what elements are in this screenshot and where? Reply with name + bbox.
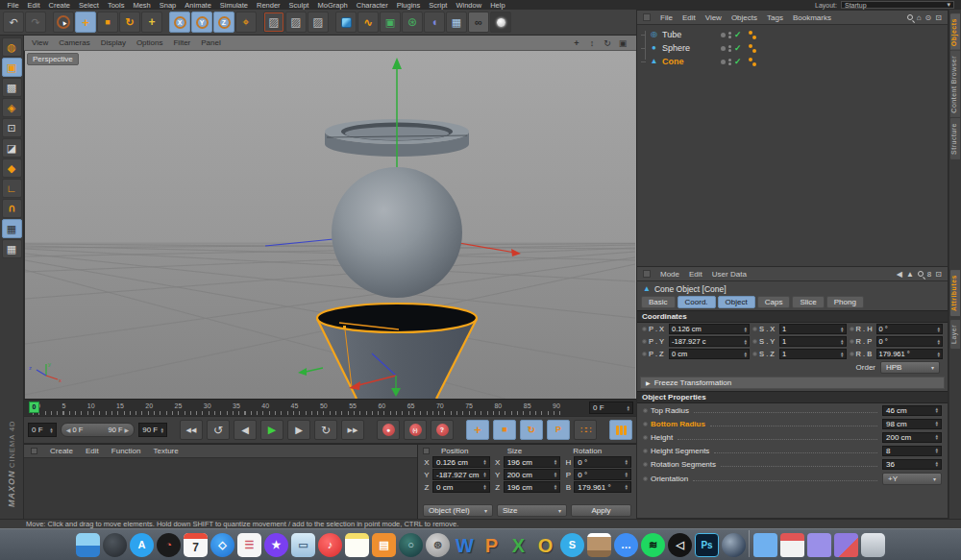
spinner-icon[interactable] <box>483 459 486 465</box>
floor-button[interactable]: ▦ <box>446 12 467 33</box>
loop-backward-button[interactable]: ↺ <box>207 420 230 440</box>
spinner-icon[interactable] <box>627 405 629 411</box>
frame-forward-button[interactable]: ▶ <box>287 420 310 440</box>
left-toolbar-button[interactable]: ⊡ <box>2 118 22 137</box>
material-menu-item[interactable]: Texture <box>154 447 179 455</box>
render-view-button[interactable]: ▨ <box>263 12 284 33</box>
property-input[interactable]: 36 <box>882 459 942 470</box>
dock-app-icon[interactable]: A <box>130 533 154 557</box>
dock-app-icon[interactable]: ◔ <box>157 533 181 557</box>
keyframe-dot[interactable] <box>752 339 757 344</box>
visibility-dots[interactable] <box>728 32 731 38</box>
coordinate-input[interactable]: -187.927 c <box>669 336 750 347</box>
tag-icons[interactable] <box>749 58 756 66</box>
dock-app-icon[interactable]: … <box>614 533 638 557</box>
spinner-icon[interactable] <box>483 472 486 477</box>
end-frame-field[interactable]: 90 F <box>138 423 167 437</box>
dock-app-icon[interactable]: ♪ <box>318 533 342 557</box>
panel-box-icon[interactable]: ⊡ <box>935 270 942 279</box>
start-frame-field[interactable]: 0 F <box>28 423 57 437</box>
record-pla-button[interactable]: ∷∷ <box>574 420 597 440</box>
menu-item[interactable]: Select <box>75 1 104 10</box>
render-settings-button[interactable]: ▨ <box>308 12 329 33</box>
dock-app-icon[interactable] <box>861 533 885 557</box>
lock-icon[interactable]: 8 <box>927 270 931 279</box>
spline-pen-button[interactable]: ∿ <box>357 12 379 33</box>
dock-app-icon[interactable]: W <box>453 533 477 557</box>
perspective-viewport[interactable]: Perspective <box>24 51 636 399</box>
left-toolbar-button[interactable]: ∪ <box>2 199 22 218</box>
object-manager-menu-item[interactable]: Objects <box>731 13 757 22</box>
spinner-icon[interactable] <box>841 339 844 345</box>
rotation-input[interactable]: 0 ° <box>574 469 631 480</box>
attribute-menu-item[interactable]: User Data <box>712 270 747 279</box>
dock-app-icon[interactable] <box>587 533 611 557</box>
rotate-view-button[interactable]: ↻ <box>602 38 613 48</box>
menu-item[interactable]: Edit <box>23 1 44 10</box>
size-input[interactable]: 196 cm <box>504 481 561 493</box>
keyframe-dot[interactable] <box>642 352 647 356</box>
history-back-icon[interactable]: ◀ <box>897 270 902 279</box>
coordinates-section-header[interactable]: Coordinates <box>637 310 948 323</box>
keyframe-dot[interactable] <box>643 422 648 426</box>
keyframe-dot[interactable] <box>643 435 648 440</box>
filter-icon[interactable]: ⊙ <box>925 13 932 22</box>
camera-button[interactable]: ∞ <box>468 12 489 33</box>
object-manager-menu-item[interactable]: Edit <box>682 13 696 22</box>
fields-button[interactable]: ◖ <box>424 12 445 33</box>
spinner-icon[interactable] <box>935 448 938 453</box>
visibility-dots[interactable] <box>728 59 731 65</box>
rotate-tool-button[interactable]: ↻ <box>119 12 140 33</box>
tab-content-browser[interactable]: Content Browser <box>949 50 961 119</box>
object-properties-section-header[interactable]: Object Properties <box>637 391 948 403</box>
spinner-icon[interactable] <box>841 352 844 357</box>
viewport-menu-item[interactable]: Cameras <box>59 38 89 47</box>
menu-item[interactable]: Animate <box>181 1 216 10</box>
dock-app-icon[interactable] <box>103 533 127 557</box>
object-manager-menu-item[interactable]: Bookmarks <box>793 13 831 22</box>
object-name[interactable]: Sphere <box>662 43 712 53</box>
object-list[interactable]: ◎ Tube ✓ ● Sphere <box>637 25 948 266</box>
lock-z-axis-button[interactable]: Z <box>213 12 234 33</box>
left-toolbar-button[interactable]: ◍ <box>2 37 22 57</box>
tab-structure[interactable]: Structure <box>949 117 961 160</box>
attribute-tab[interactable]: Coord. <box>678 296 716 308</box>
object-manager-menu-item[interactable]: View <box>705 13 722 22</box>
keyframe-presets-button[interactable] <box>609 420 632 440</box>
generators-button[interactable]: ▣ <box>380 12 401 33</box>
spinner-icon[interactable] <box>745 327 748 332</box>
light-button[interactable] <box>490 12 511 33</box>
viewport-menu-item[interactable]: Panel <box>201 38 220 47</box>
panel-box-icon[interactable]: ⊡ <box>935 13 942 22</box>
property-input[interactable]: 200 cm <box>882 432 942 443</box>
home-icon[interactable]: ⌂ <box>917 13 922 22</box>
panel-icon[interactable] <box>423 448 430 454</box>
spinner-icon[interactable] <box>554 484 557 490</box>
spinner-icon[interactable] <box>626 459 628 465</box>
keyframe-dot[interactable] <box>643 449 648 453</box>
freeze-transformation-section[interactable]: ▶ Freeze Transformation <box>640 377 945 389</box>
spinner-icon[interactable] <box>554 459 557 465</box>
keyframe-dot[interactable] <box>850 352 854 356</box>
visibility-dots[interactable] <box>728 45 731 52</box>
frame-ruler[interactable]: 051015202530354045505560657075808590 0 <box>27 402 585 415</box>
dock-app-icon[interactable]: ○ <box>399 533 423 557</box>
coordinate-input[interactable]: 0 ° <box>876 324 943 334</box>
keyframe-dot[interactable] <box>642 339 647 344</box>
coordinate-input[interactable]: 0.126 cm <box>669 324 750 334</box>
spinner-icon[interactable] <box>626 472 628 477</box>
search-icon[interactable] <box>918 271 924 277</box>
tab-attributes[interactable]: Attributes <box>949 269 961 317</box>
left-toolbar-button[interactable]: ◈ <box>2 98 22 117</box>
sphere-object[interactable] <box>332 167 462 298</box>
spinner-icon[interactable] <box>841 327 844 332</box>
attribute-menu-item[interactable]: Edit <box>689 270 702 279</box>
spinner-icon[interactable] <box>745 352 748 357</box>
size-input[interactable]: 200 cm <box>504 469 561 480</box>
menu-item[interactable]: Simulate <box>215 1 252 10</box>
last-tool-button[interactable]: + <box>141 12 162 33</box>
play-button[interactable]: ▶ <box>260 420 283 440</box>
keyframe-dot[interactable] <box>752 352 757 356</box>
material-menu-item[interactable]: Create <box>50 447 73 455</box>
menu-item[interactable]: MoGraph <box>313 1 352 10</box>
